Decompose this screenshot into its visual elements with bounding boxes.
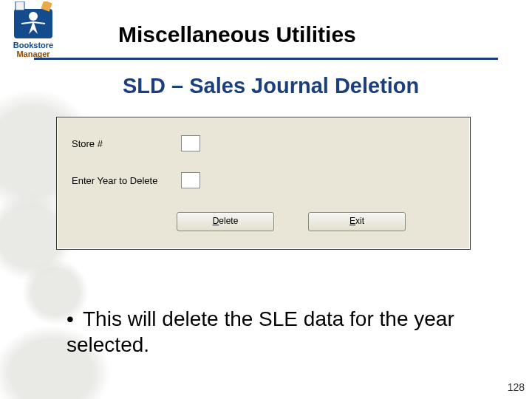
logo: Bookstore Manager <box>4 1 62 66</box>
logo-line2: Manager <box>16 50 50 58</box>
store-input[interactable] <box>181 135 200 151</box>
title-rule <box>34 58 498 60</box>
exit-button-text: xit <box>355 216 364 226</box>
sld-dialog: Store # Enter Year to Delete Delete Exit <box>56 117 471 250</box>
bullet-text: This will delete the SLE data for the ye… <box>66 307 454 356</box>
exit-button[interactable]: Exit <box>308 212 406 231</box>
page-title: Miscellaneous Utilities <box>118 22 356 47</box>
page-number: 128 <box>508 381 525 393</box>
bullet-dot: • <box>66 306 83 332</box>
svg-rect-2 <box>16 1 24 10</box>
year-input[interactable] <box>181 172 200 188</box>
logo-icon <box>11 1 55 40</box>
delete-button[interactable]: Delete <box>177 212 274 231</box>
subtitle: SLD – Sales Journal Deletion <box>123 74 419 98</box>
year-label: Enter Year to Delete <box>72 175 157 186</box>
store-label: Store # <box>72 138 103 149</box>
slide: Bookstore Manager Miscellaneous Utilitie… <box>0 0 532 399</box>
delete-button-text: elete <box>219 216 238 226</box>
svg-point-1 <box>29 12 38 21</box>
logo-text: Bookstore Manager <box>13 41 53 58</box>
bullet-item: •This will delete the SLE data for the y… <box>66 306 480 358</box>
logo-line1: Bookstore <box>13 41 53 50</box>
